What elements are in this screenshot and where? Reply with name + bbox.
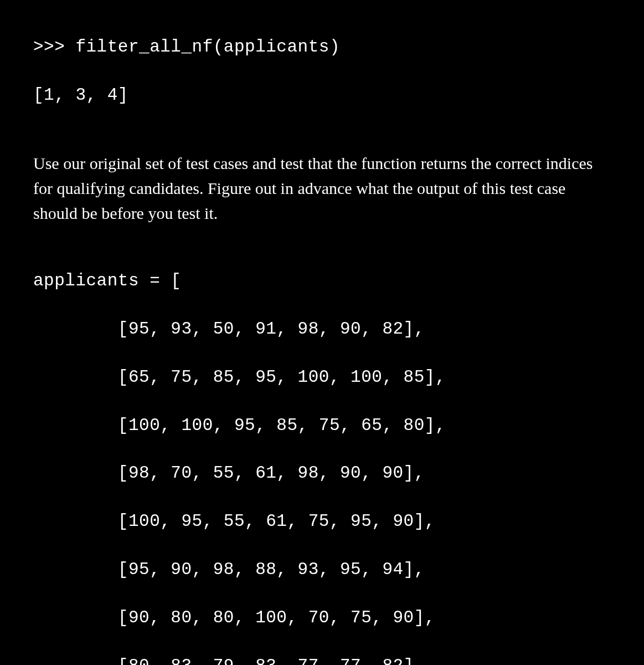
code-line: [80, 83, 79, 83, 77, 77, 82], <box>33 654 611 665</box>
repl-result-line: [1, 3, 4] <box>33 83 611 107</box>
code-listing: applicants = [ [95, 93, 50, 91, 98, 90, … <box>33 245 611 665</box>
code-line: [95, 93, 50, 91, 98, 90, 82], <box>33 317 611 341</box>
code-line: [95, 90, 98, 88, 93, 95, 94], <box>33 557 611 581</box>
code-line: [65, 75, 85, 95, 100, 100, 85], <box>33 365 611 389</box>
instruction-paragraph: Use our original set of test cases and t… <box>33 151 611 226</box>
code-line: [100, 100, 95, 85, 75, 65, 80], <box>33 413 611 437</box>
code-line: [90, 80, 80, 100, 70, 75, 90], <box>33 606 611 630</box>
code-line: [100, 95, 55, 61, 75, 95, 90], <box>33 509 611 533</box>
code-line: applicants = [ <box>33 269 611 293</box>
repl-input-line: >>> filter_all_nf(applicants) <box>33 35 611 59</box>
code-line: [98, 70, 55, 61, 98, 90, 90], <box>33 461 611 485</box>
repl-output: >>> filter_all_nf(applicants) [1, 3, 4] <box>33 11 611 131</box>
